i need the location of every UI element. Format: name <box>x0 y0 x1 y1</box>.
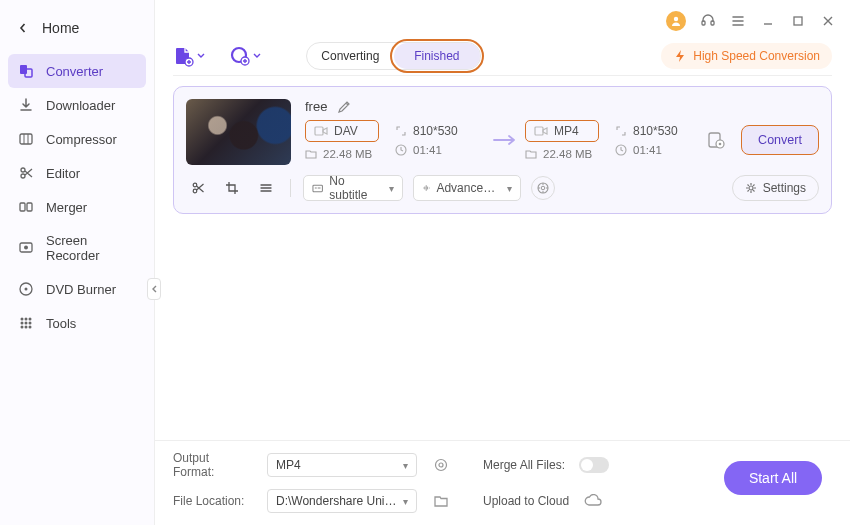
download-icon <box>18 97 34 113</box>
sidebar-item-converter[interactable]: Converter <box>8 54 146 88</box>
subtitle-dropdown[interactable]: No subtitle ▾ <box>303 175 403 201</box>
cloud-icon[interactable] <box>583 491 603 511</box>
sidebar-item-merger[interactable]: Merger <box>0 190 154 224</box>
crop-icon[interactable] <box>220 176 244 200</box>
sidebar-item-compressor[interactable]: Compressor <box>0 122 154 156</box>
headset-icon[interactable] <box>700 13 716 29</box>
menu-icon[interactable] <box>730 13 746 29</box>
chevron-down-icon: ▾ <box>389 183 394 194</box>
source-dur: 01:41 <box>413 144 442 156</box>
info-icon[interactable] <box>531 176 555 200</box>
converter-icon <box>18 63 34 79</box>
audio-value: Advanced Audi… <box>436 181 501 195</box>
svg-rect-5 <box>20 203 25 211</box>
chevron-left-icon <box>151 285 157 293</box>
svg-point-38 <box>541 186 545 190</box>
video-icon <box>534 125 548 137</box>
source-res: 810*530 <box>413 124 458 138</box>
svg-point-18 <box>25 326 28 329</box>
open-folder-icon[interactable] <box>431 491 451 511</box>
add-file-button[interactable] <box>173 45 205 67</box>
lightning-icon <box>673 49 687 63</box>
add-file-icon <box>173 45 195 67</box>
svg-point-13 <box>29 318 32 321</box>
sidebar-item-downloader[interactable]: Downloader <box>0 88 154 122</box>
download-ring-icon <box>229 45 251 67</box>
sidebar-item-screen-recorder[interactable]: Screen Recorder <box>0 224 154 272</box>
svg-rect-29 <box>535 127 543 135</box>
svg-rect-22 <box>711 21 714 25</box>
sidebar-item-editor[interactable]: Editor <box>0 156 154 190</box>
subtitle-icon <box>312 182 323 194</box>
status-tabs: Converting Finished <box>306 42 481 70</box>
folder-icon <box>525 148 537 160</box>
chevron-down-icon: ▾ <box>403 496 408 507</box>
trim-icon[interactable] <box>186 176 210 200</box>
audio-dropdown[interactable]: Advanced Audi… ▾ <box>413 175 521 201</box>
merge-all-toggle[interactable] <box>579 457 609 473</box>
sidebar-item-label: Screen Recorder <box>46 233 142 263</box>
convert-button[interactable]: Convert <box>741 125 819 155</box>
add-url-button[interactable] <box>229 45 261 67</box>
svg-point-8 <box>24 246 28 250</box>
file-location-label: File Location: <box>173 494 253 508</box>
sidebar-item-dvd-burner[interactable]: DVD Burner <box>0 272 154 306</box>
merger-icon <box>18 199 34 215</box>
svg-point-40 <box>436 460 447 471</box>
chevron-down-icon: ▾ <box>403 460 408 471</box>
source-size: 22.48 MB <box>323 148 372 160</box>
upload-cloud-label: Upload to Cloud <box>483 494 569 508</box>
target-format: MP4 <box>554 124 579 138</box>
target-res: 810*530 <box>633 124 678 138</box>
svg-point-19 <box>29 326 32 329</box>
svg-rect-2 <box>20 134 32 144</box>
svg-rect-6 <box>27 203 32 211</box>
sidebar-item-tools[interactable]: Tools <box>0 306 154 340</box>
settings-button[interactable]: Settings <box>732 175 819 201</box>
folder-icon <box>305 148 317 160</box>
sidebar-item-label: Converter <box>46 64 103 79</box>
source-dur-row: 01:41 <box>395 144 485 156</box>
minimize-icon[interactable] <box>760 13 776 29</box>
close-icon[interactable] <box>820 13 836 29</box>
svg-point-39 <box>749 186 753 190</box>
tab-finished[interactable]: Finished <box>394 43 481 69</box>
arrow-right-icon <box>485 134 525 146</box>
target-format-badge[interactable]: MP4 <box>525 120 599 142</box>
gear-icon <box>745 182 757 194</box>
back-home[interactable]: Home <box>0 10 154 54</box>
audio-icon <box>422 182 430 194</box>
svg-point-14 <box>21 322 24 325</box>
maximize-icon[interactable] <box>790 13 806 29</box>
file-location-value: D:\Wondershare UniConverter 1 <box>276 494 403 508</box>
svg-point-17 <box>21 326 24 329</box>
svg-point-33 <box>719 143 722 146</box>
scissors-icon <box>18 165 34 181</box>
sidebar-item-label: Merger <box>46 200 87 215</box>
high-speed-conversion-button[interactable]: High Speed Conversion <box>661 43 832 69</box>
target-dur: 01:41 <box>633 144 662 156</box>
svg-point-12 <box>25 318 28 321</box>
chevron-left-icon <box>18 23 28 33</box>
separator <box>290 179 291 197</box>
file-location-dropdown[interactable]: D:\Wondershare UniConverter 1 ▾ <box>267 489 417 513</box>
chevron-down-icon: ▾ <box>507 183 512 194</box>
chevron-down-icon <box>253 52 261 60</box>
effect-icon[interactable] <box>254 176 278 200</box>
merge-all-label: Merge All Files: <box>483 458 565 472</box>
video-thumbnail[interactable] <box>186 99 291 165</box>
output-settings-icon[interactable] <box>431 455 451 475</box>
expand-icon <box>395 125 407 137</box>
sidebar-collapse-handle[interactable] <box>147 278 161 300</box>
user-icon <box>670 15 682 27</box>
start-all-button[interactable]: Start All <box>724 461 822 495</box>
output-format-label: Output Format: <box>173 451 253 479</box>
output-format-dropdown[interactable]: MP4 ▾ <box>267 453 417 477</box>
svg-point-3 <box>21 168 25 172</box>
avatar[interactable] <box>666 11 686 31</box>
sidebar: Home Converter Downloader Compressor Edi… <box>0 0 155 525</box>
tab-converting[interactable]: Converting <box>307 43 394 69</box>
file-settings-icon[interactable] <box>705 129 727 151</box>
svg-point-20 <box>674 17 678 21</box>
edit-name-icon[interactable] <box>337 100 351 114</box>
